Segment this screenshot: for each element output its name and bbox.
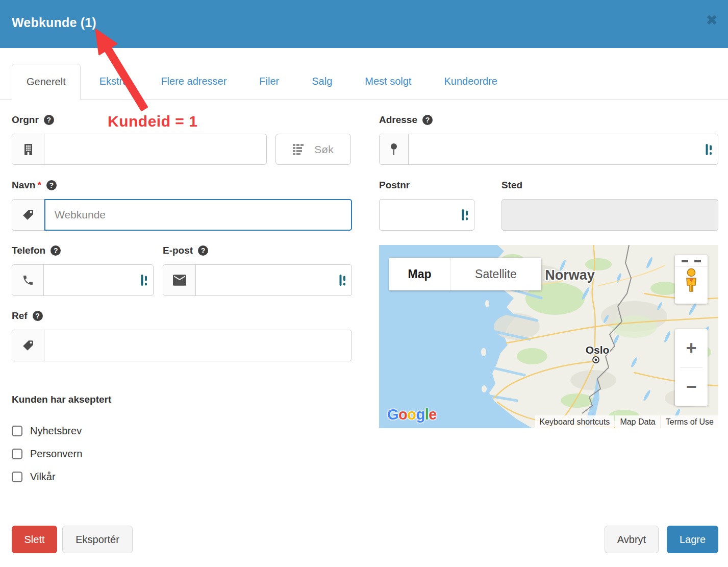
orgnr-label: Orgnr ? bbox=[12, 114, 54, 126]
sok-button[interactable]: Søk bbox=[275, 134, 351, 165]
ref-help-icon[interactable]: ? bbox=[33, 311, 43, 321]
tab-salg[interactable]: Salg bbox=[312, 64, 332, 99]
map-type-satellite-button[interactable]: Satellite bbox=[450, 258, 541, 290]
navn-input-group bbox=[12, 199, 352, 231]
avbryt-button[interactable]: Avbryt bbox=[605, 526, 659, 553]
modal-header: Webkunde (1) ✖ bbox=[0, 0, 728, 48]
postnr-lookup-icon[interactable] bbox=[462, 209, 468, 221]
ref-input[interactable] bbox=[44, 330, 352, 361]
sted-label: Sted bbox=[501, 180, 522, 191]
zoom-out-button[interactable]: − bbox=[675, 368, 708, 406]
ref-input-group bbox=[12, 330, 352, 361]
terms-of-use-link[interactable]: Terms of Use bbox=[661, 415, 718, 428]
tab-ekstra[interactable]: Ekstra bbox=[99, 64, 129, 99]
adresse-input-group bbox=[379, 134, 718, 165]
consent-heading: Kunden har akseptert bbox=[12, 394, 111, 405]
tab-mest-solgt[interactable]: Mest solgt bbox=[365, 64, 411, 99]
map-zoom-control: + − bbox=[675, 329, 708, 406]
checkbox-nyhetsbrev[interactable] bbox=[12, 426, 22, 436]
consent-row-vilkar[interactable]: Vilkår bbox=[12, 471, 56, 483]
telefon-input[interactable] bbox=[44, 265, 153, 295]
epost-input[interactable] bbox=[196, 265, 352, 295]
modal-title: Webkunde (1) bbox=[12, 15, 96, 30]
epost-lookup-icon[interactable] bbox=[339, 275, 346, 286]
consent-row-personvern[interactable]: Personvern bbox=[12, 448, 82, 460]
telefon-help-icon[interactable]: ? bbox=[51, 245, 61, 256]
map-type-map-button[interactable]: Map bbox=[389, 258, 450, 290]
orgnr-input-group bbox=[12, 134, 267, 165]
map-pin-icon bbox=[380, 134, 409, 164]
postnr-input-group bbox=[379, 199, 474, 231]
orgnr-input[interactable] bbox=[44, 134, 266, 164]
envelope-icon bbox=[163, 265, 196, 295]
fullscreen-icon[interactable] bbox=[682, 260, 701, 262]
address-lookup-icon[interactable] bbox=[706, 143, 712, 155]
close-icon[interactable]: ✖ bbox=[706, 13, 718, 28]
checkbox-personvern[interactable] bbox=[12, 449, 22, 459]
postnr-label: Postnr bbox=[379, 180, 410, 191]
google-logo[interactable]: Google bbox=[387, 406, 437, 423]
tag-icon bbox=[12, 200, 44, 230]
telefon-input-group bbox=[12, 264, 154, 296]
oslo-marker bbox=[593, 357, 599, 363]
tag-icon bbox=[12, 330, 44, 361]
epost-input-group bbox=[163, 264, 352, 296]
tab-generelt[interactable]: Generelt bbox=[12, 64, 81, 100]
zoom-in-button[interactable]: + bbox=[675, 329, 708, 367]
phone-icon bbox=[12, 265, 44, 295]
orgnr-help-icon[interactable]: ? bbox=[44, 115, 54, 125]
tab-kundeordre[interactable]: Kundeordre bbox=[444, 64, 497, 99]
telefon-label: Telefon ? bbox=[12, 245, 61, 256]
map-country-label: Norway bbox=[545, 267, 595, 283]
pegman-icon[interactable] bbox=[683, 268, 700, 292]
eksporter-button[interactable]: Eksportér bbox=[62, 526, 133, 553]
google-map: Norway Oslo Map Satellite + − bbox=[379, 245, 718, 428]
streetview-control bbox=[675, 255, 708, 304]
map-attribution: Keyboard shortcuts Map Data Terms of Use bbox=[535, 415, 718, 428]
lagre-button[interactable]: Lagre bbox=[667, 526, 718, 553]
telefon-lookup-icon[interactable] bbox=[141, 275, 147, 286]
slett-button[interactable]: Slett bbox=[12, 526, 57, 553]
sted-input bbox=[502, 200, 718, 230]
navn-input[interactable] bbox=[45, 200, 351, 230]
ref-label: Ref ? bbox=[12, 310, 43, 322]
map-city-label: Oslo bbox=[586, 344, 610, 356]
list-icon bbox=[293, 144, 306, 155]
sted-input-group bbox=[501, 199, 718, 231]
adresse-label: Adresse ? bbox=[379, 114, 433, 126]
tab-flere-adresser[interactable]: Flere adresser bbox=[161, 64, 227, 99]
navn-label: Navn * ? bbox=[12, 180, 57, 191]
required-mark: * bbox=[37, 180, 41, 191]
adresse-help-icon[interactable]: ? bbox=[422, 115, 433, 125]
epost-label: E-post ? bbox=[163, 245, 208, 256]
tab-bar: Generelt Ekstra Flere adresser Filer Sal… bbox=[0, 64, 728, 100]
checkbox-vilkar[interactable] bbox=[12, 472, 22, 482]
keyboard-shortcuts-link[interactable]: Keyboard shortcuts bbox=[535, 415, 615, 428]
epost-help-icon[interactable]: ? bbox=[198, 245, 208, 256]
consent-row-nyhetsbrev[interactable]: Nyhetsbrev bbox=[12, 425, 82, 437]
postnr-input[interactable] bbox=[380, 200, 474, 230]
navn-help-icon[interactable]: ? bbox=[46, 180, 57, 190]
customer-modal: Webkunde (1) ✖ Generelt Ekstra Flere adr… bbox=[0, 0, 728, 567]
map-data-link[interactable]: Map Data bbox=[615, 415, 660, 428]
building-icon bbox=[12, 134, 44, 164]
annotation-text: Kundeid = 1 bbox=[108, 113, 197, 130]
map-type-control: Map Satellite bbox=[389, 258, 541, 290]
adresse-input[interactable] bbox=[409, 134, 718, 164]
tab-filer[interactable]: Filer bbox=[259, 64, 279, 99]
sok-button-label: Søk bbox=[314, 143, 333, 156]
